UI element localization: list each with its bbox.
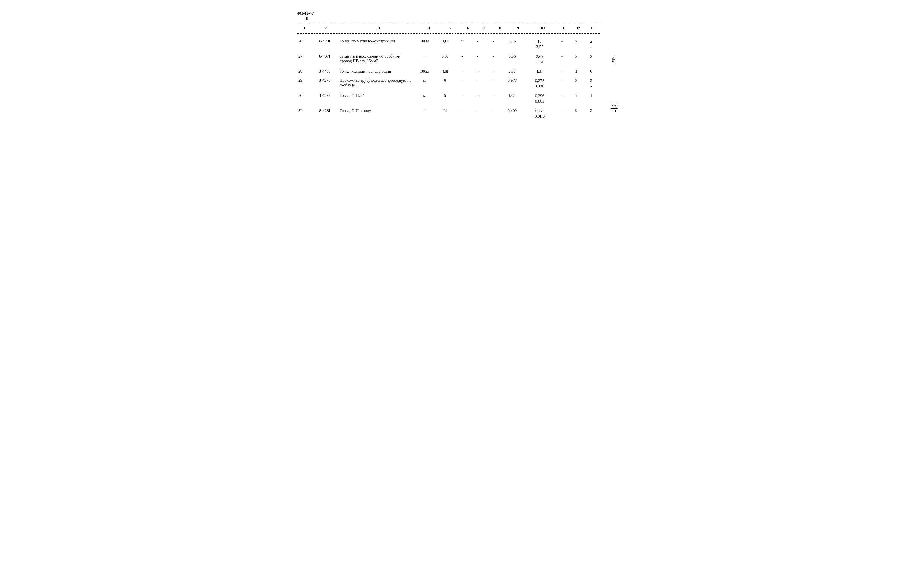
- bottom-right-code: 5937 III: [611, 103, 618, 113]
- col-header-11: II: [557, 24, 571, 32]
- row-31-col7: -: [469, 106, 487, 121]
- row-27-col12: 6: [569, 52, 583, 67]
- row-29-num: 29.: [297, 76, 311, 91]
- row-31-num: 3I.: [297, 106, 311, 121]
- row-30-col4: м: [414, 91, 435, 106]
- row-26-col10-stacked: I8 3,57: [525, 39, 554, 49]
- row-28-col13: 6: [583, 67, 600, 76]
- row-27-col4: ": [414, 52, 435, 67]
- row-28-col5: 4,8I: [435, 67, 455, 76]
- col-header-12: I2: [571, 24, 586, 32]
- row-30-desc: То же, Ø I I/2": [338, 91, 414, 106]
- row-29-desc: Проложить трубу водогазопроводную на ско…: [338, 76, 414, 91]
- row-29-col8: -: [487, 76, 500, 91]
- bottom-code-num: 5937: [611, 104, 618, 109]
- row-26-col8: -: [487, 37, 500, 52]
- row-31-col4: ": [414, 106, 435, 121]
- row-31-col10-stacked: 0,I57 0,0II6: [525, 109, 554, 119]
- row-27-desc: Затянуть в проложенную трубу I-й провод …: [338, 52, 414, 67]
- column-header-row: I 2 3 4 5 6 7 8 9 IO II I2 I3: [297, 24, 600, 32]
- row-26-col11: -: [555, 37, 569, 52]
- header-bottom-dashed-line: [297, 33, 600, 34]
- row-30-col7: -: [469, 91, 487, 106]
- main-table: I 2 3 4 5 6 7 8 9 IO II I2 I3: [297, 24, 600, 32]
- row-27-num: 27.: [297, 52, 311, 67]
- row-29-col13-stacked: 2 -: [584, 78, 599, 89]
- row-29-col11: -: [555, 76, 569, 91]
- row-29-col12: 6: [569, 76, 583, 91]
- row-26-col5: 0,I2: [435, 37, 455, 52]
- row-27-col10-stacked: 2,69 0,8I: [525, 54, 554, 65]
- row-30-code: 8-4277: [311, 91, 338, 106]
- row-30-col10-stacked: 0,296 0,083: [525, 93, 554, 104]
- row-31-col8: -: [487, 106, 500, 121]
- row-29-code: 8-4276: [311, 76, 338, 91]
- row-30-col9: I,05: [500, 91, 524, 106]
- row-31-col13: 2: [583, 106, 600, 121]
- row-28-col11: -: [555, 67, 569, 76]
- row-27-col9: 6,86: [500, 52, 524, 67]
- col-header-8: 8: [493, 24, 507, 32]
- row-28-col10: I,3I: [524, 67, 555, 76]
- row-31-col9: 0,409: [500, 106, 524, 121]
- row-30-col12: 5: [569, 91, 583, 106]
- row-28-col12: II: [569, 67, 583, 76]
- row-27-col7: -: [469, 52, 487, 67]
- col-header-3: 3: [340, 24, 418, 32]
- row-30-col8: -: [487, 91, 500, 106]
- row-29-col4: м: [414, 76, 435, 91]
- row-30-col10: 0,296 0,083: [524, 91, 555, 106]
- row-27-col11: -: [555, 52, 569, 67]
- row-31-desc: То же, Ø I" в полу: [338, 106, 414, 121]
- row-30-col13: I: [583, 91, 600, 106]
- row-31-col10: 0,I57 0,0II6: [524, 106, 555, 121]
- row-28-col6: -: [455, 67, 469, 76]
- row-29-col10-stacked: 0,278 0,08II: [525, 78, 554, 89]
- row-28-col9: 2,37: [500, 67, 524, 76]
- row-31-code: 8-428I: [311, 106, 338, 121]
- col-header-6: 6: [461, 24, 475, 32]
- row-27-col8: -: [487, 52, 500, 67]
- table-row: 3I. 8-428I То же, Ø I" в полу " I4 - - -…: [297, 106, 600, 121]
- row-30-col5: 5: [435, 91, 455, 106]
- col-header-4: 4: [418, 24, 440, 32]
- row-26-col10: I8 3,57: [524, 37, 555, 52]
- row-31-col11: -: [555, 106, 569, 121]
- row-29-col7: -: [469, 76, 487, 91]
- row-28-col4: 100м: [414, 67, 435, 76]
- row-28-col8: -: [487, 67, 500, 76]
- row-27-col5: 0,89: [435, 52, 455, 67]
- row-31-col6: -: [455, 106, 469, 121]
- header-roman: II: [305, 16, 600, 21]
- row-29-col5: 6: [435, 76, 455, 91]
- table-row: 26. 8-429I То же, по металло-конструкции…: [297, 37, 600, 52]
- row-26-col9: 57,6: [500, 37, 524, 52]
- row-26-num: 26.: [297, 37, 311, 52]
- col-header-2: 2: [311, 24, 340, 32]
- row-26-desc: То же, по металло-конструкции: [338, 37, 414, 52]
- page-wrapper: - I09 - 5937 III 402-I2-47 II I 2 3 4 5 …: [297, 11, 600, 121]
- row-26-col12: 8: [569, 37, 583, 52]
- col-header-10: IO: [528, 24, 557, 32]
- table-row: 30. 8-4277 То же, Ø I I/2" м 5 - - - I,0…: [297, 91, 600, 106]
- row-27-col6: -: [455, 52, 469, 67]
- row-27-col13: 2: [583, 52, 600, 67]
- table-row: 27. 8-437I Затянуть в проложенную трубу …: [297, 52, 600, 67]
- row-27-code: 8-437I: [311, 52, 338, 67]
- row-29-col6: -: [455, 76, 469, 91]
- table-row: 28. 8-4403 То же, каждый последующий 100…: [297, 67, 600, 76]
- row-28-col7: -: [469, 67, 487, 76]
- row-26-col4: 100м: [414, 37, 435, 52]
- row-30-col11: -: [555, 91, 569, 106]
- row-27-col10: 2,69 0,8I: [524, 52, 555, 67]
- row-26-col7: -: [469, 37, 487, 52]
- row-29-col10: 0,278 0,08II: [524, 76, 555, 91]
- page-number-side: - I09 -: [612, 55, 616, 65]
- row-30-num: 30.: [297, 91, 311, 106]
- col-header-7: 7: [475, 24, 493, 32]
- row-26-code: 8-429I: [311, 37, 338, 52]
- col-header-5: 5: [440, 24, 461, 32]
- top-dashed-line: [297, 23, 600, 23]
- col-header-9: 9: [507, 24, 528, 32]
- row-28-num: 28.: [297, 67, 311, 76]
